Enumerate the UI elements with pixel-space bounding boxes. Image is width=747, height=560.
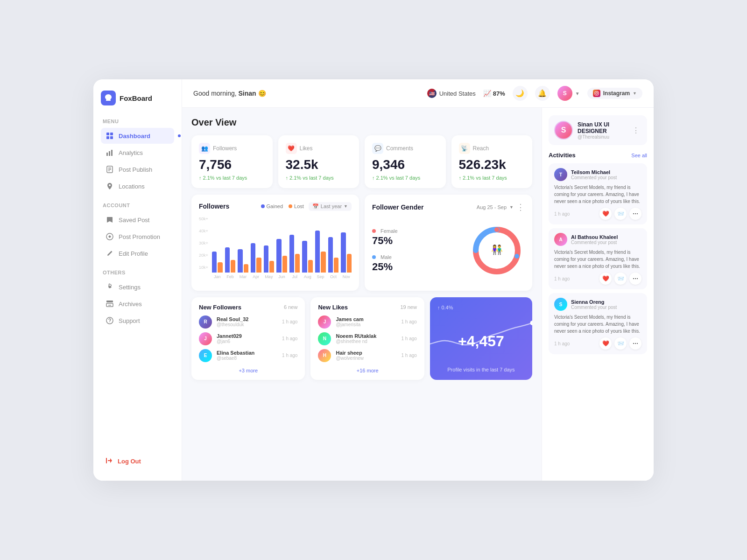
svg-rect-5: [109, 151, 110, 156]
profile-handle: @Therealsinuu: [578, 134, 626, 140]
female-pct: 75%: [372, 235, 398, 247]
comments-icon: 💬: [372, 143, 383, 154]
sidebar: FoxBoard Menu Dashboard Analytics Post P…: [93, 79, 182, 481]
sidebar-label-edit-profile: Edit Profile: [119, 250, 148, 257]
svg-point-17: [109, 322, 110, 322]
stat-card-comments: 💬 Comments 9,346 ↑ 2.1% vs last 7 days: [365, 135, 446, 188]
followers-chart-card: Followers Gained Lost 📅 Last year ▼: [191, 195, 359, 291]
more-button[interactable]: ⋯: [629, 273, 641, 285]
sidebar-item-saved-post[interactable]: Saved Post: [101, 212, 174, 228]
share-button[interactable]: 📨: [614, 337, 627, 350]
sidebar-item-dashboard[interactable]: Dashboard: [101, 128, 174, 144]
male-pct: 25%: [372, 261, 398, 273]
notifications-button[interactable]: 🔔: [535, 86, 550, 101]
list-item: J James cam @jamerisita 1 h ago: [318, 315, 416, 329]
platform-selector[interactable]: Instagram ▼: [587, 88, 642, 99]
share-button[interactable]: 📨: [614, 273, 627, 285]
list-item: N Noeem RUtaklak @shinethee nd 1 h ago: [318, 332, 416, 345]
profile-avatar: S: [554, 121, 573, 140]
like-button[interactable]: ❤️: [599, 208, 612, 220]
female-stat: Female 75%: [372, 228, 398, 247]
chart-period-selector[interactable]: 📅 Last year ▼: [309, 202, 352, 211]
sidebar-label-archives: Archives: [119, 301, 142, 308]
sidebar-item-post-publish[interactable]: Post Publish: [101, 161, 174, 177]
activity-action: Commented your post: [571, 175, 641, 180]
gender-period: Aug 25 - Sep: [477, 204, 507, 210]
profile-visits-subtitle: Profile visits in the last 7 days: [437, 367, 525, 372]
sidebar-item-post-promotion[interactable]: Post Promotion: [101, 229, 174, 245]
avatar: A: [554, 233, 567, 246]
see-more-followers[interactable]: +3 more: [199, 366, 297, 373]
sidebar-item-archives[interactable]: Archives: [101, 296, 174, 312]
logout-label: Log Out: [118, 458, 141, 465]
comments-change: ↑ 2.1% vs last 7 days: [372, 175, 438, 181]
new-likes-count: 19 new: [400, 304, 416, 310]
sidebar-item-edit-profile[interactable]: Edit Profile: [101, 245, 174, 261]
followers-arrow: ↑: [199, 175, 202, 181]
country-selector[interactable]: 🇺🇸 United States: [427, 89, 476, 98]
likes-change: ↑ 2.1% vs last 7 days: [286, 175, 352, 181]
share-button[interactable]: 📨: [614, 208, 627, 220]
like-button[interactable]: ❤️: [599, 273, 612, 285]
avatar: N: [318, 332, 331, 345]
bar-chart: 50k+40k+30k+20k+10k+: [199, 217, 352, 273]
followers-icon: 👥: [199, 143, 210, 154]
logout-icon: [106, 457, 113, 466]
theme-toggle[interactable]: 🌙: [513, 86, 528, 101]
followers-chart-title: Followers: [199, 203, 229, 210]
profile-menu-icon[interactable]: ⋮: [630, 125, 641, 136]
more-options-icon[interactable]: ⋮: [516, 202, 525, 212]
svg-rect-2: [106, 136, 109, 139]
svg-point-21: [598, 92, 598, 92]
sidebar-label-post-publish: Post Publish: [119, 166, 152, 173]
new-followers-card: New Followers 6 new R Real Soul_32 @thes…: [191, 297, 305, 380]
sidebar-item-settings[interactable]: Settings: [101, 279, 174, 295]
comments-arrow: ↑: [372, 175, 375, 181]
activity-card: S Sienna Oreng Commented your post Victo…: [549, 293, 647, 354]
new-followers-title: New Followers: [199, 304, 241, 311]
locations-icon: [106, 182, 114, 190]
support-icon: [106, 316, 114, 325]
activity-actions: ❤️ 📨 ⋯: [599, 273, 641, 285]
logo-area: FoxBoard: [101, 91, 174, 105]
like-button[interactable]: ❤️: [599, 337, 612, 350]
performance-metric: 📈 87%: [483, 90, 505, 97]
logout-button[interactable]: Log Out: [101, 453, 174, 469]
sidebar-item-analytics[interactable]: Analytics: [101, 145, 174, 161]
reach-arrow: ↑: [459, 175, 462, 181]
activity-actions: ❤️ 📨 ⋯: [599, 337, 641, 350]
activity-time: 1 h ago: [554, 211, 596, 217]
topbar: Good morning, Sinan 😊 🇺🇸 United States 📈…: [182, 79, 654, 108]
greeting-text: Good morning, Sinan 😊: [193, 90, 420, 97]
profile-visits-value: +4,457: [458, 333, 504, 350]
likes-arrow: ↑: [286, 175, 289, 181]
svg-point-26: [494, 227, 499, 232]
svg-rect-3: [110, 136, 113, 139]
activity-action: Commented your post: [571, 240, 641, 245]
more-button[interactable]: ⋯: [629, 208, 641, 220]
bell-icon: 🔔: [538, 89, 547, 98]
avatar: H: [318, 349, 331, 362]
reach-label: Reach: [473, 145, 489, 152]
sidebar-item-locations[interactable]: Locations: [101, 178, 174, 194]
sidebar-label-dashboard: Dashboard: [119, 133, 150, 140]
stat-card-reach: 📡 Reach 526.23k ↑ 2.1% vs last 7 days: [451, 135, 533, 188]
body-area: Over View 👥 Followers 7,756 ↑: [182, 108, 654, 481]
see-more-likes[interactable]: +16 more: [318, 366, 416, 373]
list-item: E Elina Sebastian @sebae8 1 h ago: [199, 349, 297, 362]
more-button[interactable]: ⋯: [629, 337, 641, 350]
sidebar-item-support[interactable]: Support: [101, 313, 174, 329]
see-all-link[interactable]: See all: [631, 153, 647, 158]
svg-rect-4: [106, 153, 108, 156]
menu-section-label: Menu: [101, 119, 174, 124]
activity-actions: ❤️ 📨 ⋯: [599, 208, 641, 220]
logo-icon: [101, 91, 116, 105]
svg-rect-0: [106, 133, 109, 135]
reach-icon: 📡: [459, 143, 470, 154]
chevron-down-icon: ▼: [575, 91, 580, 96]
sidebar-label-saved-post: Saved Post: [119, 217, 150, 224]
followers-label: Followers: [213, 145, 237, 152]
user-avatar-dropdown[interactable]: S ▼: [557, 86, 580, 101]
activity-card: A Al Bathsou Khaleel Commented your post…: [549, 228, 647, 289]
calendar-icon: 📅: [312, 203, 319, 210]
